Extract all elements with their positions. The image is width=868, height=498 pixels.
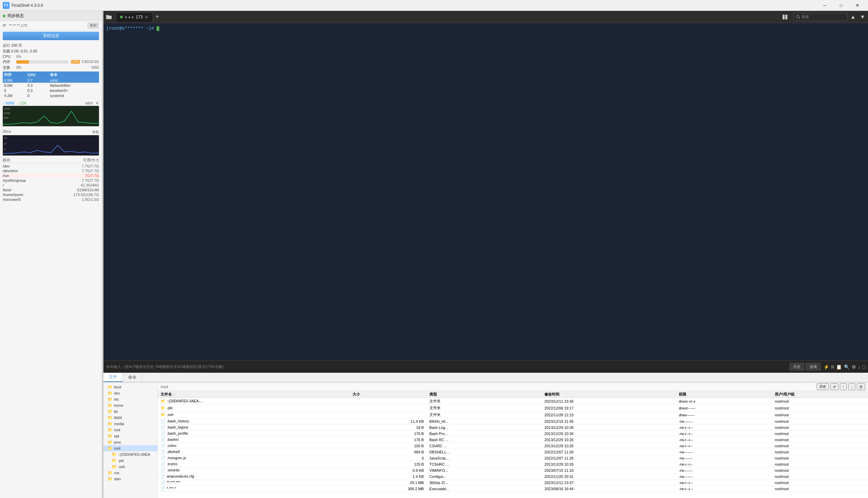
file-perm: -rw-r--r--: [676, 443, 772, 449]
file-manager-toolbar: /root 历史 ↺ ↑ ↓ ☰: [158, 383, 868, 391]
file-row[interactable]: 📄.bashrc 176 B Bash RC ... 2013/12/29 10…: [158, 437, 868, 443]
disk-row: /dev/shm7.7G/7.7G: [3, 169, 99, 173]
terminal-prompt: [root@s******* ~]#: [106, 26, 154, 31]
search-box[interactable]: 搜索: [793, 13, 847, 21]
latency-header: 26ms 本机: [3, 130, 99, 134]
folder-tree-item[interactable]: 📁.pki: [104, 458, 158, 463]
folder-tree-item[interactable]: 📁media: [104, 421, 158, 427]
folder-open-button[interactable]: [105, 13, 113, 21]
file-name: 📄.bashrc: [158, 437, 350, 443]
split-view-button[interactable]: [781, 13, 789, 21]
col-type-header[interactable]: 类型: [427, 391, 542, 398]
folder-tree-item[interactable]: 📁boot: [104, 384, 158, 390]
ip-label: IP: [3, 24, 6, 28]
copy-icon[interactable]: ⎘: [831, 364, 834, 370]
folder-tree-item[interactable]: 📁run: [104, 470, 158, 476]
process-row[interactable]: 6.5M0.7sshd: [3, 78, 99, 83]
folder-name: dev: [114, 391, 120, 395]
fm-download-btn[interactable]: ↓: [848, 383, 855, 390]
file-row[interactable]: 📁.pki 文件夹 2022/12/06 19:17 drwxr------ r…: [158, 405, 868, 411]
scroll-down-button[interactable]: ▼: [858, 13, 867, 21]
file-icon: 📄: [161, 450, 165, 454]
col-name-header[interactable]: 文件名 ↑: [158, 391, 350, 398]
col-time-header[interactable]: 修改时间: [542, 391, 676, 398]
folder-name: root: [114, 446, 120, 450]
folder-name: .pki: [118, 459, 124, 462]
scroll-up-button[interactable]: ▲: [849, 13, 857, 21]
fm-upload-btn[interactable]: ↑: [840, 383, 847, 390]
fm-menu-btn[interactable]: ☰: [857, 383, 865, 390]
file-time: 2022/11/25 20:31: [542, 473, 676, 480]
file-row[interactable]: 📄.bash_logout 18 B Bash Log... 2013/12/2…: [158, 424, 868, 431]
net-iface-dropdown[interactable]: ▼: [95, 101, 99, 105]
col-perm-header[interactable]: 权限: [676, 391, 772, 398]
file-time: 2023/08/16 16:44: [542, 486, 676, 492]
settings-icon[interactable]: ⚙: [852, 364, 856, 370]
minimize-button[interactable]: ─: [817, 0, 832, 11]
process-row[interactable]: 00.3kworker/0+: [3, 88, 99, 93]
file-row[interactable]: 📁.ssh 文件夹 2022/11/28 12:23 drwx------ ro…: [158, 411, 868, 418]
tab-close-button[interactable]: ✕: [145, 15, 149, 19]
file-row[interactable]: 📄.mongorc.js 0 JavaScrip... 2022/12/07 1…: [158, 455, 868, 461]
toolbar-left: [105, 13, 113, 21]
file-icon: 📄: [161, 486, 165, 490]
tab-files[interactable]: 文件: [104, 373, 123, 382]
file-row[interactable]: 📄.bash_history 11.4 KB BASH_HI... 2023/1…: [158, 418, 868, 424]
folder-name: etc: [114, 397, 119, 401]
close-button[interactable]: ✕: [850, 0, 865, 11]
fm-refresh-btn[interactable]: ↺: [830, 383, 838, 390]
download-icon[interactable]: ↓: [858, 364, 860, 370]
terminal-area[interactable]: [root@s******* ~]#: [104, 23, 868, 361]
file-row[interactable]: 📄anaconda-ks.cfg 1.4 KB Configur... 2022…: [158, 473, 868, 480]
folder-tree-item[interactable]: 📁proc: [104, 439, 158, 445]
find-icon[interactable]: 🔍: [844, 364, 850, 370]
file-row[interactable]: 📁::{20D04FE0-3AEA-... 文件夹 2023/12/11 23:…: [158, 398, 868, 405]
file-type: Executabl...: [427, 486, 542, 492]
col-size-header[interactable]: 大小: [350, 391, 427, 398]
file-row[interactable]: 📄.tcshrc 129 B TCSHRC ... 2013/12/29 10:…: [158, 461, 868, 467]
terminal-tab[interactable]: ● ● ● 173 ✕: [116, 12, 153, 22]
folder-tree-item[interactable]: 📁sbin: [104, 476, 158, 482]
folder-tree-item[interactable]: 📁dev: [104, 390, 158, 396]
process-row[interactable]: 8.6M0.3NetworkMa+: [3, 83, 99, 88]
disk-size: 7.7G/7.7G: [82, 178, 99, 182]
file-owner: root/root: [772, 455, 868, 461]
process-row[interactable]: 4.2M0systemd: [3, 93, 99, 99]
file-row[interactable]: 📄.cshrc 100 B CSHRC ... 2013/12/29 10:26…: [158, 443, 868, 449]
folder-icon: 📁: [108, 446, 112, 451]
folder-tree-item[interactable]: 📁.ssh: [104, 463, 158, 470]
file-row[interactable]: 📄*.***.* 309.2 MB Executabl... 2023/08/1…: [158, 486, 868, 492]
sys-info-button[interactable]: 系统信息: [3, 32, 99, 40]
mem-row: 内存 24% 3.8G/15.5G: [3, 59, 99, 64]
folder-tree-item[interactable]: 📁opt: [104, 433, 158, 439]
paste-icon[interactable]: 📋: [836, 364, 842, 370]
fm-history-btn[interactable]: 历史: [817, 383, 829, 390]
file-perm: -rw-r--r--: [676, 437, 772, 443]
tab-commands[interactable]: 命令: [123, 373, 142, 382]
folder-tree-item[interactable]: 📁lib: [104, 408, 158, 415]
file-row[interactable]: 📄.bash_profile 176 B Bash Pro... 2013/12…: [158, 431, 868, 437]
folder-tree-item[interactable]: 📁root: [104, 445, 158, 451]
folder-tree-item[interactable]: 📁etc: [104, 396, 158, 402]
file-row[interactable]: 📄**.***.*** 29.1 MB 360zip ZI... 2023/12…: [158, 480, 868, 486]
folder-tree-item[interactable]: 📁mnt: [104, 427, 158, 433]
col-owner-header[interactable]: 用户/用户组: [772, 391, 868, 398]
folder-tree-item[interactable]: 📁home: [104, 402, 158, 408]
folder-tree-item[interactable]: 📁::{20D04FE0-3AEA: [104, 451, 158, 458]
file-row[interactable]: 📄.viminfo 6.9 KB VIMINFO... 2023/07/15 1…: [158, 467, 868, 473]
sync-status-dot: [3, 15, 5, 17]
file-owner: root/root: [772, 443, 868, 449]
fm-path: /root: [161, 385, 168, 389]
app-icon: FS: [3, 2, 10, 9]
folder-tree-item[interactable]: 📁lib64: [104, 415, 158, 421]
history-button[interactable]: 历史: [789, 363, 804, 371]
file-list-panel: /root 历史 ↺ ↑ ↓ ☰: [158, 383, 868, 498]
options-button[interactable]: 选项: [806, 363, 821, 371]
file-size: 176 B: [350, 437, 427, 443]
tab-add-button[interactable]: +: [153, 13, 161, 21]
maximize-button[interactable]: □: [833, 0, 849, 11]
file-name: 📄**.***.***: [158, 480, 350, 486]
copy-ip-button[interactable]: 复制: [88, 23, 99, 29]
file-row[interactable]: 📄.dbshell 684 B DBSHELL... 2022/12/07 11…: [158, 449, 868, 455]
file-owner: root/root: [772, 437, 868, 443]
